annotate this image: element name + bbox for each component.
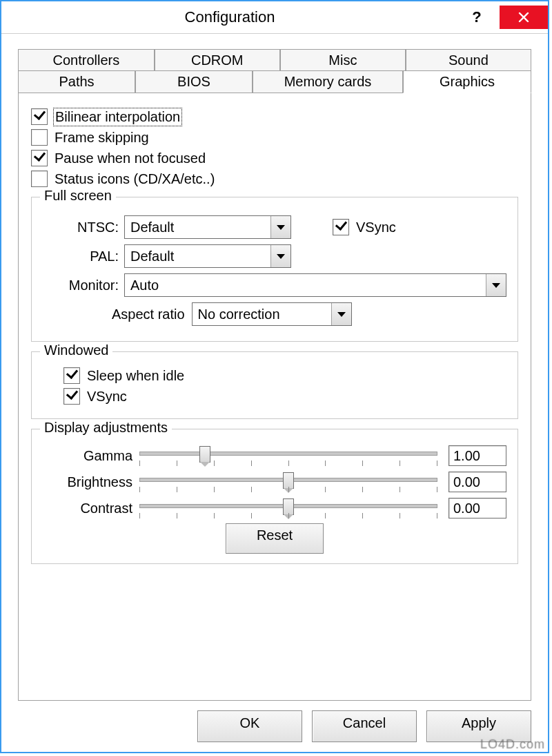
checkbox-frame-skipping[interactable] — [31, 129, 48, 146]
legend-display: Display adjustments — [40, 420, 172, 436]
ok-button[interactable]: OK — [197, 710, 302, 742]
tab-sound[interactable]: Sound — [406, 49, 531, 71]
checkbox-pause-unfocused[interactable] — [31, 150, 48, 166]
tab-memory-cards[interactable]: Memory cards — [253, 70, 403, 93]
label-frame-skipping: Frame skipping — [55, 130, 149, 146]
label-fs-vsync: VSync — [356, 220, 396, 235]
watermark: LO4D.com — [480, 737, 545, 752]
help-button[interactable]: ? — [458, 6, 495, 29]
slider-brightness[interactable] — [139, 469, 437, 494]
legend-windowed: Windowed — [40, 342, 112, 358]
cancel-button[interactable]: Cancel — [312, 710, 417, 742]
value-contrast[interactable]: 0.00 — [448, 498, 506, 518]
titlebar: Configuration ? — [1, 1, 548, 34]
value-gamma[interactable]: 1.00 — [448, 445, 506, 466]
dropdown-monitor[interactable]: Auto — [124, 273, 506, 297]
label-pause-unfocused: Pause when not focused — [55, 151, 206, 166]
group-windowed: Windowed Sleep when idle VSync — [31, 351, 518, 419]
dropdown-aspect-ratio[interactable]: No correction — [192, 302, 352, 326]
chevron-down-icon — [332, 303, 351, 325]
tab-misc[interactable]: Misc — [280, 49, 406, 71]
checkbox-fs-vsync[interactable] — [333, 219, 349, 235]
window-title: Configuration — [1, 8, 458, 26]
reset-button[interactable]: Reset — [226, 523, 324, 554]
close-button[interactable] — [500, 6, 548, 29]
dropdown-aspect-value: No correction — [193, 303, 332, 325]
tab-paths[interactable]: Paths — [18, 70, 135, 93]
label-ntsc: NTSC: — [43, 220, 124, 235]
tab-panel-graphics: Bilinear interpolation Frame skipping Pa… — [18, 93, 531, 701]
close-icon — [518, 12, 529, 23]
tab-strip: Controllers CDROM Misc Sound Paths BIOS … — [18, 49, 531, 93]
label-sleep-idle: Sleep when idle — [87, 368, 184, 384]
label-status-icons: Status icons (CD/XA/etc..) — [55, 171, 215, 187]
chevron-down-icon — [271, 245, 290, 267]
checkbox-status-icons[interactable] — [31, 171, 48, 187]
checkbox-win-vsync[interactable] — [63, 388, 80, 405]
chevron-down-icon — [486, 274, 506, 296]
group-fullscreen: Full screen NTSC: Default VSync PAL: Def… — [31, 197, 518, 342]
value-brightness[interactable]: 0.00 — [448, 472, 506, 492]
configuration-dialog: Configuration ? Controllers CDROM Misc S… — [0, 0, 549, 753]
tab-bios[interactable]: BIOS — [135, 70, 253, 93]
label-gamma: Gamma — [43, 448, 139, 464]
dropdown-pal[interactable]: Default — [124, 244, 291, 268]
dropdown-monitor-value: Auto — [125, 274, 486, 296]
label-pal: PAL: — [43, 249, 124, 264]
label-monitor: Monitor: — [43, 278, 124, 293]
tab-graphics[interactable]: Graphics — [403, 70, 531, 93]
tab-controllers[interactable]: Controllers — [18, 49, 155, 71]
checkbox-sleep-idle[interactable] — [63, 367, 80, 384]
slider-gamma[interactable] — [139, 443, 437, 468]
legend-fullscreen: Full screen — [40, 188, 116, 204]
checkbox-bilinear[interactable] — [31, 108, 48, 125]
dropdown-ntsc[interactable]: Default — [124, 215, 291, 239]
chevron-down-icon — [271, 216, 290, 238]
tab-cdrom[interactable]: CDROM — [155, 49, 280, 71]
dropdown-pal-value: Default — [125, 245, 271, 267]
dropdown-ntsc-value: Default — [125, 216, 271, 238]
dialog-buttons: OK Cancel Apply — [18, 701, 531, 742]
slider-contrast[interactable] — [139, 496, 437, 521]
label-contrast: Contrast — [43, 501, 139, 516]
label-bilinear: Bilinear interpolation — [55, 109, 181, 125]
label-brightness: Brightness — [43, 474, 139, 490]
client-area: Controllers CDROM Misc Sound Paths BIOS … — [1, 34, 548, 752]
label-aspect-ratio: Aspect ratio — [112, 307, 192, 322]
group-display-adjustments: Display adjustments Gamma 1.00 Brightnes… — [31, 429, 518, 564]
label-win-vsync: VSync — [87, 389, 127, 405]
